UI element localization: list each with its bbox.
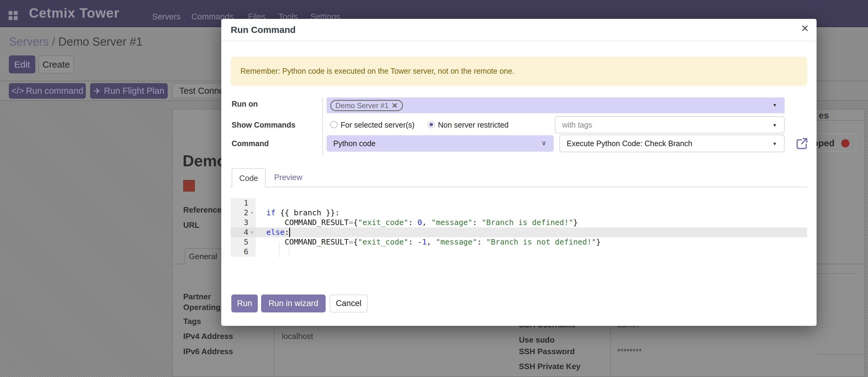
editor-line-1[interactable]: 1	[231, 198, 807, 208]
breadcrumb-servers-link[interactable]: Servers	[9, 35, 49, 48]
line-number: 6	[231, 247, 256, 257]
fold-arrow-icon[interactable]: ▾	[249, 208, 255, 218]
screen: Servers / Demo Server #1 Edit Create </>…	[0, 0, 868, 377]
modal-title: Run Command	[231, 25, 296, 35]
run-command-button[interactable]: </>Run command	[9, 83, 86, 99]
breadcrumb-separator: /	[52, 35, 58, 48]
editor-line-6[interactable]: 6	[231, 247, 807, 257]
code-text: if {{ branch }}:	[266, 208, 340, 218]
radio-for-selected-servers-label[interactable]: For selected server(s)	[341, 121, 414, 129]
caret-down-icon[interactable]: ▾	[773, 102, 776, 108]
editor-line-5[interactable]: 5 COMMAND_RESULT={"exit_code": -1, "mess…	[231, 237, 807, 247]
left-column-divider	[274, 320, 274, 377]
run-on-label: Run on	[231, 99, 258, 108]
tabs-border	[231, 187, 807, 187]
code-text: COMMAND_RESULT={"exit_code": -1, "messag…	[266, 237, 601, 247]
reference-label: Reference	[183, 205, 222, 215]
run-command-modal: Run Command × Remember: Python code is e…	[221, 19, 816, 326]
field-label: IPv6 Address	[183, 347, 233, 356]
radio-non-server-restricted[interactable]	[428, 121, 435, 128]
field-label: Partner	[183, 292, 211, 301]
editor-line-2[interactable]: 2▾if {{ branch }}:	[231, 208, 807, 218]
field-label: IPv4 Address	[183, 331, 233, 341]
card-header-fragment: es	[819, 110, 829, 121]
modal-header: Run Command ×	[221, 19, 816, 41]
run-on-field[interactable]: Demo Server #1 ✕ ▾	[327, 97, 785, 113]
field-value: localhost	[282, 331, 313, 341]
radio-non-server-restricted-label[interactable]: Non server restricted	[438, 121, 508, 129]
tab-preview[interactable]: Preview	[270, 168, 307, 186]
code-text: COMMAND_RESULT={"exit_code": 0, "message…	[266, 218, 578, 228]
tab-code[interactable]: Code	[231, 168, 266, 187]
line-number: 5	[231, 237, 256, 247]
status-dot-icon	[841, 139, 849, 147]
plane-icon: ✈	[93, 86, 101, 96]
fold-arrow-icon[interactable]: ▾	[249, 228, 255, 237]
field-label: Tags	[183, 317, 201, 326]
run-button[interactable]: Run	[231, 294, 258, 313]
run-in-wizard-button[interactable]: Run in wizard	[261, 294, 326, 313]
cancel-button[interactable]: Cancel	[330, 294, 368, 313]
remove-tag-icon[interactable]: ✕	[392, 102, 398, 110]
apps-menu-icon[interactable]	[8, 11, 18, 20]
caret-down-icon: ▾	[773, 140, 776, 147]
code-text: else:	[266, 228, 289, 237]
external-link-icon[interactable]	[795, 137, 809, 150]
text-cursor	[289, 228, 290, 237]
editor-line-3[interactable]: 3 COMMAND_RESULT={"exit_code": 0, "messa…	[231, 218, 807, 228]
field-label: SSH Password	[519, 347, 575, 356]
edit-button[interactable]: Edit	[9, 55, 35, 74]
field-label: Use sudo	[519, 335, 555, 345]
breadcrumb: Servers / Demo Server #1	[9, 35, 143, 49]
command-dropdown[interactable]: Execute Python Code: Check Branch ▾	[559, 135, 785, 152]
line-number: 1	[231, 198, 256, 208]
server-tag: Demo Server #1 ✕	[330, 100, 403, 111]
nav-item-servers[interactable]: Servers	[152, 12, 181, 22]
indent-guide	[289, 243, 289, 257]
python-warning-alert: Remember: Python code is executed on the…	[231, 57, 807, 86]
caret-down-icon: ▾	[773, 122, 776, 128]
radio-for-selected-servers[interactable]	[330, 121, 338, 128]
card-section-divider-2	[817, 354, 866, 355]
run-flight-plan-button[interactable]: ✈Run Flight Plan	[90, 83, 168, 99]
url-label: URL	[183, 221, 199, 230]
line-number: 3	[231, 218, 256, 228]
server-tag-label: Demo Server #1	[335, 102, 389, 110]
right-column-divider	[610, 317, 611, 377]
breadcrumb-current: Demo Server #1	[58, 35, 143, 48]
show-commands-label: Show Commands	[231, 121, 296, 129]
indent-guide	[279, 243, 280, 257]
create-button[interactable]: Create	[38, 55, 74, 74]
code-editor[interactable]: 12▾if {{ branch }}:3 COMMAND_RESULT={"ex…	[231, 198, 807, 257]
field-label: SSH Private Key	[519, 362, 580, 371]
color-tag-swatch[interactable]	[183, 180, 195, 192]
with-tags-dropdown[interactable]: with tags ▾	[555, 116, 785, 134]
chevron-down-icon: ∨	[541, 139, 546, 147]
tab-general[interactable]: General	[184, 248, 222, 264]
code-icon: </>	[11, 86, 24, 96]
form-column-divider	[322, 97, 323, 155]
app-brand[interactable]: Cetmix Tower	[29, 5, 119, 21]
field-value: ********	[617, 347, 642, 356]
command-label: Command	[231, 139, 269, 148]
editor-line-4[interactable]: 4▾else:	[231, 228, 807, 237]
close-icon[interactable]: ×	[801, 22, 809, 35]
command-type-select[interactable]: Python code ∨	[327, 135, 554, 152]
